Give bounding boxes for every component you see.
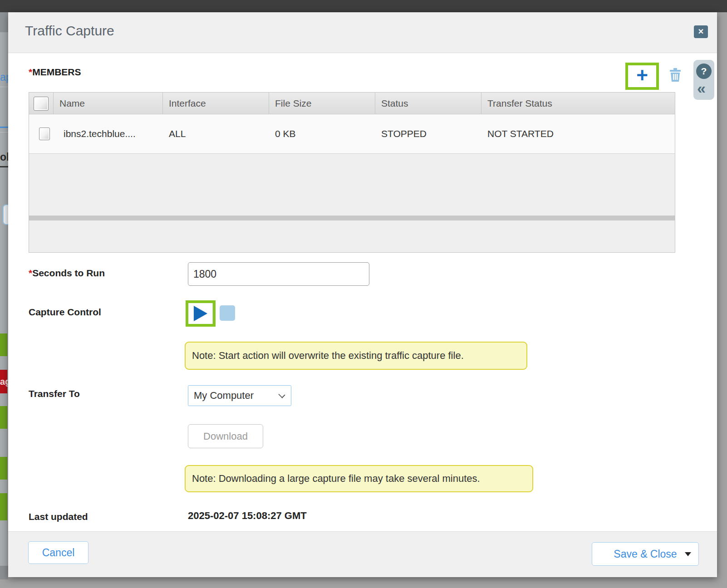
cell-file-size: 0 KB [269,128,375,139]
transfer-to-selected-value: My Computer [194,390,254,402]
dialog-header: Traffic Capture [8,12,717,53]
column-header-transfer-status[interactable]: Transfer Status [481,93,675,114]
required-asterisk: * [29,67,32,77]
background-status-red-badge: ag [0,370,7,393]
background-tool-text-fragment: ol [0,151,8,163]
screen: ap ol ag Traffic Capture ✕ *MEMBERS + [0,0,727,588]
table-horizontal-scrollbar[interactable] [29,216,675,220]
cell-transfer-status: NOT STARTED [481,128,675,139]
stop-capture-button[interactable] [220,305,235,321]
column-header-name[interactable]: Name [54,93,163,114]
members-label-text: MEMBERS [32,67,81,77]
save-and-close-button[interactable]: Save & Close [592,542,699,566]
seconds-to-run-label-text: Seconds to Run [32,268,105,278]
column-header-file-size[interactable]: File Size [269,93,375,114]
side-help-panel: ? « [693,60,714,100]
capture-control-label: Capture Control [29,307,101,318]
dialog-title: Traffic Capture [25,23,114,39]
transfer-to-select[interactable]: My Computer [188,385,291,406]
cell-member-name: ibns2.techblue.... [54,128,163,139]
header-checkbox-cell [29,93,54,114]
annotation-highlight-play [186,300,216,327]
column-header-interface[interactable]: Interface [163,93,269,114]
help-icon[interactable]: ? [696,64,712,79]
save-and-close-label: Save & Close [614,548,677,560]
seconds-to-run-input[interactable] [188,262,369,286]
download-duration-note: Note: Downloading a large capture file m… [185,465,533,492]
browser-top-bar [0,0,727,12]
select-all-checkbox[interactable] [34,97,49,111]
cancel-button[interactable]: Cancel [28,541,88,564]
required-asterisk: * [29,268,32,278]
traffic-capture-dialog: Traffic Capture ✕ *MEMBERS + ? « [8,12,717,577]
background-divider-band [0,566,8,579]
collapse-icon[interactable]: « [697,79,711,97]
seconds-to-run-label: *Seconds to Run [29,268,105,279]
cell-status: STOPPED [375,128,481,139]
table-row[interactable]: ibns2.techblue.... ALL 0 KB STOPPED NOT … [29,114,675,154]
start-overwrite-note: Note: Start action will overwrite the ex… [185,342,527,370]
members-section-label: *MEMBERS [29,67,81,78]
annotation-highlight-add: + [625,63,659,90]
background-divider [0,87,8,87]
background-active-tab-underline [0,127,8,128]
delete-member-icon[interactable] [668,68,682,82]
transfer-to-label: Transfer To [29,388,80,399]
download-button[interactable]: Download [188,424,263,448]
add-member-icon[interactable]: + [628,65,656,87]
members-table: Name Interface File Size Status Transfer… [29,92,675,253]
background-divider [0,132,8,132]
last-updated-label: Last updated [29,511,88,522]
background-page-strip: ap ol ag [0,12,8,579]
background-status-green-bar [0,333,7,356]
save-options-caret-icon[interactable] [685,552,691,556]
background-header-fragment [0,12,8,32]
row-checkbox[interactable] [39,127,50,140]
column-header-status[interactable]: Status [375,93,481,114]
background-status-green-bar [0,457,7,480]
row-checkbox-cell [29,127,54,140]
cell-interface: ALL [163,128,269,139]
background-status-green-bar [0,493,7,520]
background-tab-text-fragment: ap [0,71,8,83]
background-button-fragment [3,204,8,225]
play-icon [194,306,207,321]
trash-icon [668,68,682,82]
start-capture-button[interactable] [188,303,213,324]
close-icon[interactable]: ✕ [694,25,708,38]
last-updated-value: 2025-02-07 15:08:27 GMT [188,510,307,522]
background-status-green-bar [0,406,7,429]
chevron-down-icon [278,391,285,398]
table-header-row: Name Interface File Size Status Transfer… [29,93,675,114]
background-underline [0,166,8,167]
